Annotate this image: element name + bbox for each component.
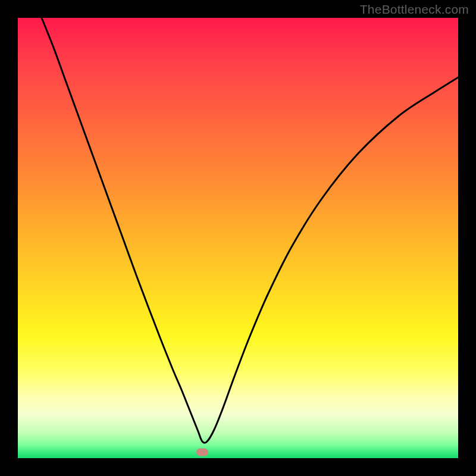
minimum-dot [196, 449, 208, 456]
bottleneck-curve [18, 18, 458, 458]
chart-frame: TheBottleneck.com [0, 0, 476, 476]
plot-area [18, 18, 458, 458]
watermark-text: TheBottleneck.com [360, 2, 469, 17]
